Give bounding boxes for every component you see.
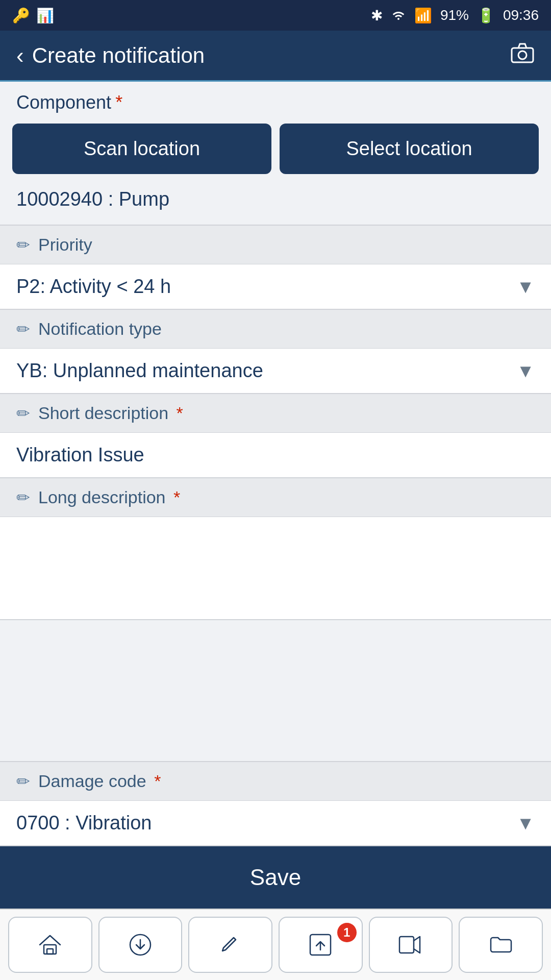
priority-value: P2: Activity < 24 h xyxy=(16,276,171,298)
damage-code-field: ✏ Damage code * 0700 : Vibration ▼ xyxy=(0,761,551,846)
content-spacer xyxy=(0,620,551,761)
component-label: Component * xyxy=(12,92,539,113)
notification-type-label-row[interactable]: ✏ Notification type xyxy=(0,310,551,349)
long-description-field: ✏ Long description * xyxy=(0,478,551,620)
status-left-icons: 🔑 📊 xyxy=(12,7,54,24)
chart-icon: 📊 xyxy=(36,7,54,24)
nav-folder-button[interactable] xyxy=(459,917,543,973)
short-description-edit-icon: ✏ xyxy=(16,404,30,423)
app-header: ‹ Create notification xyxy=(0,31,551,82)
nav-download-button[interactable] xyxy=(98,917,183,973)
priority-field: ✏ Priority P2: Activity < 24 h ▼ xyxy=(0,226,551,310)
notification-type-field: ✏ Notification type YB: Unplanned mainte… xyxy=(0,310,551,394)
notification-type-value-row[interactable]: YB: Unplanned maintenance ▼ xyxy=(0,349,551,393)
damage-code-edit-icon: ✏ xyxy=(16,772,30,791)
short-description-label-row[interactable]: ✏ Short description * xyxy=(0,394,551,433)
status-right-icons: ✱ 📶 91% 🔋 09:36 xyxy=(371,7,539,24)
header-title-group: ‹ Create notification xyxy=(16,43,205,68)
scan-location-button[interactable]: Scan location xyxy=(12,124,271,174)
priority-label-row[interactable]: ✏ Priority xyxy=(0,226,551,264)
svg-rect-6 xyxy=(399,937,414,953)
upload-icon xyxy=(306,930,335,959)
nav-home-button[interactable] xyxy=(8,917,92,973)
component-value: 10002940 : Pump xyxy=(12,184,539,214)
notification-type-dropdown-icon: ▼ xyxy=(516,360,535,382)
priority-edit-icon: ✏ xyxy=(16,235,30,255)
status-bar: 🔑 📊 ✱ 📶 91% 🔋 09:36 xyxy=(0,0,551,31)
edit-nav-icon xyxy=(216,930,245,959)
save-button[interactable]: Save xyxy=(0,846,551,909)
select-location-button[interactable]: Select location xyxy=(280,124,539,174)
signal-icon: 📶 xyxy=(414,7,432,24)
notification-type-edit-icon: ✏ xyxy=(16,320,30,339)
page-title: Create notification xyxy=(32,43,205,68)
short-description-label: Short description * xyxy=(38,403,183,423)
bluetooth-icon: ✱ xyxy=(371,7,383,24)
long-description-label: Long description * xyxy=(38,487,180,507)
damage-code-value-row[interactable]: 0700 : Vibration ▼ xyxy=(0,801,551,845)
back-button[interactable]: ‹ xyxy=(16,43,24,68)
home-icon xyxy=(36,930,64,959)
long-description-edit-icon: ✏ xyxy=(16,488,30,507)
priority-value-row[interactable]: P2: Activity < 24 h ▼ xyxy=(0,264,551,309)
nav-upload-button[interactable]: 1 xyxy=(279,917,363,973)
wifi-icon xyxy=(391,7,406,23)
short-description-value: Vibration Issue xyxy=(16,444,144,465)
priority-dropdown-icon: ▼ xyxy=(516,276,535,298)
notification-type-label: Notification type xyxy=(38,319,162,339)
short-description-field: ✏ Short description * Vibration Issue xyxy=(0,394,551,478)
damage-code-value: 0700 : Vibration xyxy=(16,812,152,834)
nav-share-button[interactable] xyxy=(369,917,453,973)
download-icon xyxy=(126,930,155,959)
key-icon: 🔑 xyxy=(12,7,30,24)
main-content: Component * Scan location Select locatio… xyxy=(0,82,551,909)
location-buttons: Scan location Select location xyxy=(12,124,539,174)
time-label: 09:36 xyxy=(503,7,539,23)
component-section: Component * Scan location Select locatio… xyxy=(0,82,551,226)
svg-rect-0 xyxy=(512,48,533,62)
svg-point-1 xyxy=(518,51,527,59)
notification-type-value: YB: Unplanned maintenance xyxy=(16,360,263,382)
damage-code-label: Damage code * xyxy=(38,771,161,791)
folder-icon xyxy=(487,930,515,959)
camera-button[interactable] xyxy=(510,42,535,69)
save-bar: Save xyxy=(0,846,551,909)
share-icon xyxy=(396,930,425,959)
bottom-navigation: 1 xyxy=(0,909,551,980)
long-description-label-row[interactable]: ✏ Long description * xyxy=(0,478,551,517)
short-description-value-row[interactable]: Vibration Issue xyxy=(0,433,551,477)
nav-edit-button[interactable] xyxy=(188,917,272,973)
upload-badge: 1 xyxy=(337,923,357,942)
long-description-input[interactable] xyxy=(0,517,551,619)
damage-code-dropdown-icon: ▼ xyxy=(516,813,535,834)
damage-code-label-row[interactable]: ✏ Damage code * xyxy=(0,762,551,801)
battery-icon: 🔋 xyxy=(477,7,495,24)
battery-label: 91% xyxy=(440,7,469,23)
priority-label: Priority xyxy=(38,235,92,255)
svg-rect-3 xyxy=(47,949,53,954)
